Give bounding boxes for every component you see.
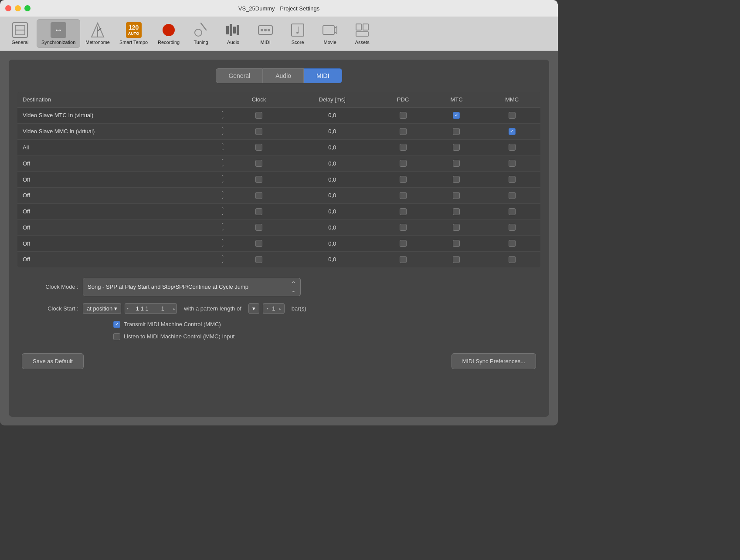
clock-checkbox[interactable] <box>255 160 262 167</box>
pdc-checkbox[interactable] <box>400 112 407 119</box>
bottom-bar: Save as Default MIDI Sync Preferences... <box>17 353 540 369</box>
toolbar-item-movie[interactable]: Movie <box>314 20 346 47</box>
dest-stepper[interactable]: ⌃⌄ <box>221 175 224 184</box>
clock-checkbox[interactable] <box>255 256 262 263</box>
pdc-checkbox[interactable] <box>400 240 407 247</box>
toolbar-item-score[interactable]: ♩ Score <box>282 20 313 47</box>
toolbar-item-midi[interactable]: MIDI <box>250 20 281 47</box>
clock-checkbox[interactable] <box>255 176 262 183</box>
tab-audio[interactable]: Audio <box>263 68 304 83</box>
pos-up-icon[interactable]: ▴ <box>171 307 177 310</box>
cell-mmc <box>483 108 540 124</box>
clock-mode-select[interactable]: Song - SPP at Play Start and Stop/SPP/Co… <box>83 278 301 296</box>
toolbar-item-tuning[interactable]: Tuning <box>185 20 217 47</box>
dest-stepper[interactable]: ⌃⌄ <box>221 159 224 168</box>
minimize-button[interactable] <box>15 5 21 11</box>
midi-sync-prefs-button[interactable]: MIDI Sync Preferences... <box>451 353 536 369</box>
dest-stepper[interactable]: ⌃⌄ <box>221 239 224 248</box>
tab-midi[interactable]: MIDI <box>304 68 342 83</box>
cell-pdc <box>377 236 430 252</box>
mtc-checkbox[interactable] <box>453 144 460 151</box>
main-content: General Audio MIDI Destination Clock Del… <box>0 51 558 425</box>
table-header-row: Destination Clock Delay [ms] PDC MTC MMC <box>17 92 540 108</box>
mmc-checkbox[interactable] <box>509 256 516 263</box>
mtc-checkbox[interactable] <box>453 256 460 263</box>
mmc-checkbox[interactable] <box>509 224 516 231</box>
mmc-checkbox[interactable] <box>509 208 516 215</box>
mmc-checkbox[interactable] <box>509 176 516 183</box>
cell-delay: 0,0 <box>288 236 377 252</box>
dest-stepper[interactable]: ⌃⌄ <box>221 207 224 216</box>
pdc-checkbox[interactable] <box>400 160 407 167</box>
bar-down-icon[interactable]: ▾ <box>267 307 268 310</box>
toolbar: General ↔ Synchronization Metronome 120 … <box>0 17 558 51</box>
save-default-button[interactable]: Save as Default <box>22 353 84 369</box>
mmc-checkbox[interactable] <box>509 192 516 199</box>
mtc-checkbox[interactable] <box>453 176 460 183</box>
clock-checkbox[interactable] <box>255 144 262 151</box>
toolbar-item-smart-tempo[interactable]: 120 AUTO Smart Tempo <box>115 20 152 47</box>
clock-checkbox[interactable] <box>255 128 262 135</box>
mmc-checkbox[interactable] <box>509 112 516 119</box>
tab-general[interactable]: General <box>216 68 263 83</box>
mmc-checkbox[interactable]: ✓ <box>509 128 516 135</box>
dest-stepper[interactable]: ⌃⌄ <box>221 143 224 152</box>
dest-stepper[interactable]: ⌃⌄ <box>221 223 224 232</box>
pos-down-icon[interactable]: ▾ <box>125 307 130 310</box>
toolbar-item-assets[interactable]: Assets <box>346 20 378 47</box>
pdc-checkbox[interactable] <box>400 192 407 199</box>
pdc-checkbox[interactable] <box>400 128 407 135</box>
pdc-checkbox[interactable] <box>400 176 407 183</box>
listen-mmc-checkbox[interactable] <box>113 333 120 340</box>
clock-checkbox[interactable] <box>255 240 262 247</box>
clock-checkbox[interactable] <box>255 224 262 231</box>
dest-stepper[interactable]: ⌃⌄ <box>221 111 224 120</box>
transmit-mmc-label: Transmit MIDI Machine Control (MMC) <box>124 321 221 327</box>
mmc-checkbox[interactable] <box>509 160 516 167</box>
toolbar-item-synchronization[interactable]: ↔ Synchronization <box>37 19 80 48</box>
bar-up-icon[interactable]: ▴ <box>279 307 281 310</box>
mtc-checkbox[interactable] <box>453 224 460 231</box>
clock-checkbox[interactable] <box>255 208 262 215</box>
dest-stepper[interactable]: ⌃⌄ <box>221 255 224 264</box>
rec-icon <box>161 22 177 38</box>
tuning-icon <box>193 22 209 38</box>
maximize-button[interactable] <box>24 5 31 11</box>
window-title: VS_25Dummy - Project Settings <box>238 5 319 12</box>
mtc-checkbox[interactable] <box>453 128 460 135</box>
pdc-checkbox[interactable] <box>400 208 407 215</box>
mtc-checkbox[interactable] <box>453 160 460 167</box>
cell-clock <box>230 172 288 188</box>
mtc-checkbox[interactable] <box>453 208 460 215</box>
svg-text:♩: ♩ <box>295 25 300 36</box>
close-button[interactable] <box>5 5 11 11</box>
cell-mtc: ✓ <box>430 108 484 124</box>
clock-start-mode-select[interactable]: at position ▾ <box>83 303 121 314</box>
pattern-length-field[interactable]: ▾ 1 ▴ <box>263 303 285 314</box>
clock-mode-label: Clock Mode : <box>26 283 78 290</box>
dest-stepper[interactable]: ⌃⌄ <box>221 127 224 136</box>
position-field[interactable]: ▾ 1 1 1 1 ▴ <box>125 303 177 314</box>
pdc-checkbox[interactable] <box>400 256 407 263</box>
clock-checkbox[interactable] <box>255 192 262 199</box>
movie-icon <box>322 22 338 38</box>
pdc-checkbox[interactable] <box>400 224 407 231</box>
dest-stepper[interactable]: ⌃⌄ <box>221 191 224 200</box>
cell-pdc <box>377 203 430 219</box>
mtc-checkbox[interactable] <box>453 192 460 199</box>
pdc-checkbox[interactable] <box>400 144 407 151</box>
toolbar-item-general[interactable]: General <box>4 20 36 47</box>
cell-clock <box>230 123 288 139</box>
transmit-mmc-checkbox[interactable]: ✓ <box>113 321 120 328</box>
mtc-checkbox[interactable] <box>453 240 460 247</box>
window-controls[interactable] <box>5 5 31 11</box>
mmc-checkbox[interactable] <box>509 240 516 247</box>
mmc-checkbox[interactable] <box>509 144 516 151</box>
toolbar-item-audio[interactable]: Audio <box>217 20 249 47</box>
mtc-checkbox[interactable]: ✓ <box>453 112 460 119</box>
toolbar-item-recording[interactable]: Recording <box>153 20 184 47</box>
pattern-length-pre-select[interactable]: ▾ <box>248 303 259 314</box>
clock-checkbox[interactable] <box>255 112 262 119</box>
toolbar-item-metronome[interactable]: Metronome <box>81 20 114 47</box>
cell-mmc <box>483 139 540 155</box>
